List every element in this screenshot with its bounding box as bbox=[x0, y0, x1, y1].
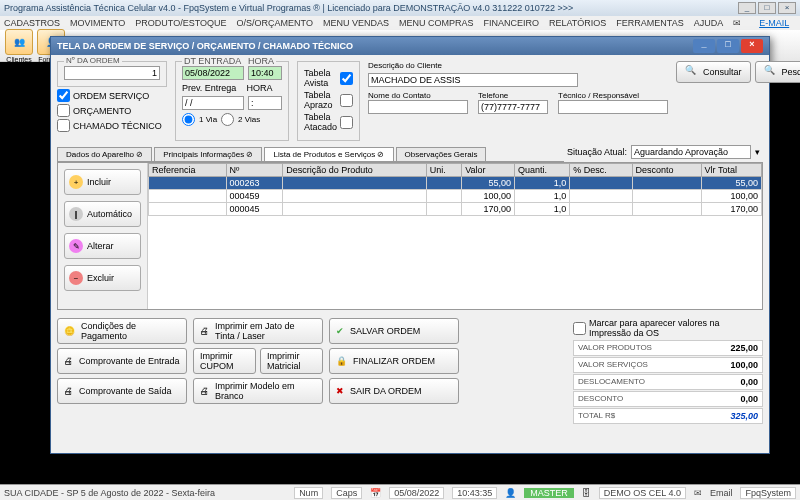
modal-maximize[interactable]: □ bbox=[717, 39, 739, 53]
avista-check[interactable] bbox=[340, 72, 353, 85]
grid-header[interactable]: Nº bbox=[226, 164, 283, 177]
entrada-time[interactable] bbox=[248, 66, 282, 80]
printer-icon: 🖨 bbox=[64, 386, 73, 396]
imprimir-matricial-button[interactable]: Imprimir Matricial bbox=[260, 348, 323, 374]
close-button[interactable]: × bbox=[778, 2, 796, 14]
incluir-button[interactable]: +Incluir bbox=[64, 169, 141, 195]
imprimir-jato-button[interactable]: 🖨Imprimir em Jato de Tinta / Laser bbox=[193, 318, 323, 344]
printer-icon: 🖨 bbox=[64, 356, 73, 366]
ordem-legend: Nº DA ORDEM bbox=[64, 56, 122, 65]
minimize-button[interactable]: _ bbox=[738, 2, 756, 14]
people-icon: 👥 bbox=[14, 37, 25, 47]
automatico-button[interactable]: ‖Automático bbox=[64, 201, 141, 227]
tab-obs[interactable]: Observações Gerais bbox=[396, 147, 487, 161]
menu-produto[interactable]: PRODUTO/ESTOQUE bbox=[135, 18, 226, 28]
chamado-label: CHAMADO TÉCNICO bbox=[73, 121, 162, 131]
pesquisar-button[interactable]: 🔍Pesquisar bbox=[755, 61, 800, 83]
menu-cadastros[interactable]: CADASTROS bbox=[4, 18, 60, 28]
printer-icon: 🖨 bbox=[200, 326, 209, 336]
imprimir-branco-button[interactable]: 🖨Imprimir Modelo em Branco bbox=[193, 378, 323, 404]
statusbar: SUA CIDADE - SP 5 de Agosto de 2022 - Se… bbox=[0, 484, 800, 500]
prev-date[interactable] bbox=[182, 96, 244, 110]
prev-time[interactable] bbox=[248, 96, 282, 110]
minus-icon: − bbox=[69, 271, 83, 285]
lock-icon: 🔒 bbox=[336, 356, 347, 366]
edit-icon: ✎ bbox=[69, 239, 83, 253]
menu-financeiro[interactable]: FINANCEIRO bbox=[483, 18, 539, 28]
table-row[interactable]: 000459100,001,0100,00 bbox=[149, 190, 762, 203]
status-select[interactable] bbox=[631, 145, 751, 159]
grid-header[interactable]: Uni. bbox=[426, 164, 461, 177]
grid-header[interactable]: Referencia bbox=[149, 164, 227, 177]
orcamento-check[interactable] bbox=[57, 104, 70, 117]
responsavel-input[interactable] bbox=[558, 100, 668, 114]
grid-header[interactable]: Quanti. bbox=[515, 164, 570, 177]
ordem-input[interactable] bbox=[64, 66, 160, 80]
orcamento-label: ORÇAMENTO bbox=[73, 106, 131, 116]
menu-vendas[interactable]: MENU VENDAS bbox=[323, 18, 389, 28]
products-grid[interactable]: ReferenciaNºDescrição do ProdutoUni.Valo… bbox=[148, 163, 762, 309]
consultar-button[interactable]: 🔍Consultar bbox=[676, 61, 751, 83]
close-icon: ✖ bbox=[336, 386, 344, 396]
cond-pagamento-button[interactable]: 🪙Condições de Pagamento bbox=[57, 318, 187, 344]
app-titlebar: Programa Assistência Técnica Celular v4.… bbox=[0, 0, 800, 16]
app-title: Programa Assistência Técnica Celular v4.… bbox=[4, 3, 573, 13]
telefone-input[interactable] bbox=[478, 100, 548, 114]
plus-icon: + bbox=[69, 175, 83, 189]
grid-header[interactable]: Desconto bbox=[632, 164, 701, 177]
comprovante-saida-button[interactable]: 🖨Comprovante de Saída bbox=[57, 378, 187, 404]
clientes-button[interactable]: 👥 bbox=[5, 29, 33, 55]
grid-header[interactable]: Descrição do Produto bbox=[283, 164, 427, 177]
grid-header[interactable]: Valor bbox=[462, 164, 515, 177]
menu-ferramentas[interactable]: FERRAMENTAS bbox=[616, 18, 683, 28]
cliente-desc-input[interactable] bbox=[368, 73, 578, 87]
maximize-button[interactable]: □ bbox=[758, 2, 776, 14]
menu-relatorios[interactable]: RELATÓRIOS bbox=[549, 18, 606, 28]
table-row[interactable]: 00026355,001,055,00 bbox=[149, 177, 762, 190]
coin-icon: 🪙 bbox=[64, 326, 75, 336]
sair-button[interactable]: ✖SAIR DA ORDEM bbox=[329, 378, 459, 404]
chevron-down-icon[interactable]: ▾ bbox=[755, 147, 760, 157]
modal-titlebar: TELA DA ORDEM DE SERVIÇO / ORÇAMENTO / C… bbox=[51, 37, 769, 55]
via1-radio[interactable] bbox=[182, 113, 195, 126]
salvar-button[interactable]: ✔SALVAR ORDEM bbox=[329, 318, 459, 344]
barcode-icon: ‖ bbox=[69, 207, 83, 221]
envelope-icon: ✉ bbox=[694, 488, 702, 498]
menu-os[interactable]: O/S/ORÇAMENTO bbox=[237, 18, 313, 28]
menu-movimento[interactable]: MOVIMENTO bbox=[70, 18, 125, 28]
tab-info[interactable]: Principais Informações ⊘ bbox=[154, 147, 262, 161]
print-values-check[interactable] bbox=[573, 322, 586, 335]
contato-input[interactable] bbox=[368, 100, 468, 114]
ordem-servico-check[interactable] bbox=[57, 89, 70, 102]
atacado-check[interactable] bbox=[340, 116, 353, 129]
menubar: CADASTROS MOVIMENTO PRODUTO/ESTOQUE O/S/… bbox=[0, 16, 800, 30]
finalizar-button[interactable]: 🔒FINALIZAR ORDEM bbox=[329, 348, 459, 374]
ordem-servico-label: ORDEM SERVIÇO bbox=[73, 91, 149, 101]
modal-minimize[interactable]: _ bbox=[693, 39, 715, 53]
imprimir-cupom-button[interactable]: Imprimir CUPOM bbox=[193, 348, 256, 374]
alterar-button[interactable]: ✎Alterar bbox=[64, 233, 141, 259]
db-icon: 🗄 bbox=[582, 488, 591, 498]
grid-header[interactable]: Vlr Total bbox=[701, 164, 761, 177]
tab-produtos[interactable]: Lista de Produtos e Serviços ⊘ bbox=[264, 147, 393, 161]
search-icon: 🔍 bbox=[764, 65, 778, 79]
printer-icon: 🖨 bbox=[200, 386, 209, 396]
grid-header[interactable]: % Desc. bbox=[570, 164, 632, 177]
menu-ajuda[interactable]: AJUDA bbox=[694, 18, 724, 28]
clientes-label: Clientes bbox=[6, 56, 31, 63]
check-icon: ✔ bbox=[336, 326, 344, 336]
via2-radio[interactable] bbox=[221, 113, 234, 126]
tab-aparelho[interactable]: Dados do Aparelho ⊘ bbox=[57, 147, 152, 161]
total-value: 325,00 bbox=[730, 411, 758, 421]
table-row[interactable]: 000045170,001,0170,00 bbox=[149, 203, 762, 216]
comprovante-entrada-button[interactable]: 🖨Comprovante de Entrada bbox=[57, 348, 187, 374]
tabs: Dados do Aparelho ⊘ Principais Informaçõ… bbox=[57, 147, 564, 162]
chamado-check[interactable] bbox=[57, 119, 70, 132]
modal-title: TELA DA ORDEM DE SERVIÇO / ORÇAMENTO / C… bbox=[57, 41, 353, 51]
entrada-date[interactable] bbox=[182, 66, 244, 80]
excluir-button[interactable]: −Excluir bbox=[64, 265, 141, 291]
modal-close[interactable]: × bbox=[741, 39, 763, 53]
menu-compras[interactable]: MENU COMPRAS bbox=[399, 18, 474, 28]
aprazo-check[interactable] bbox=[340, 94, 353, 107]
email-link[interactable]: E-MAIL bbox=[759, 18, 789, 28]
